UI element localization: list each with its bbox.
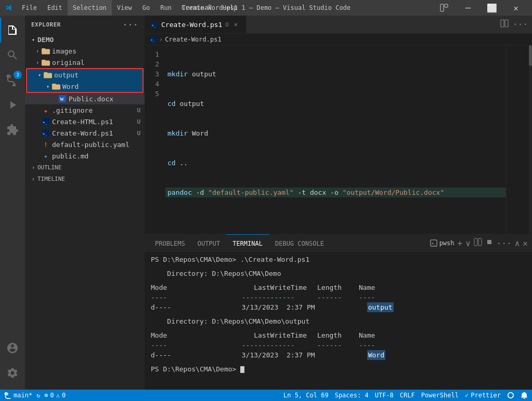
tree-item-images[interactable]: › images bbox=[25, 45, 145, 57]
minimap bbox=[506, 45, 532, 234]
terminal-dropdown-icon[interactable]: ∨ bbox=[465, 238, 471, 248]
tree-root-demo[interactable]: ▾ DEMO bbox=[25, 34, 145, 45]
tree-item-create-word[interactable]: › >_ Create-Word.ps1 U bbox=[25, 127, 145, 139]
status-sync[interactable]: ↻ bbox=[36, 392, 40, 399]
extensions-activity-icon[interactable] bbox=[0, 117, 25, 142]
status-branch[interactable]: main* bbox=[4, 392, 32, 399]
status-bar-left: main* ↻ ⊗ 0 ⚠ 0 bbox=[4, 392, 66, 399]
tree-item-public-md-label: public.md bbox=[52, 152, 145, 160]
vscode-icon bbox=[4, 4, 12, 12]
tree-item-public-docx[interactable]: › W Public.docx bbox=[25, 93, 145, 104]
minimap-thumb[interactable] bbox=[529, 45, 532, 66]
ps-tab-icon: >_ bbox=[151, 21, 158, 28]
status-position[interactable]: Ln 5, Col 69 bbox=[283, 392, 329, 399]
terminal-dashes-name: ---- bbox=[359, 292, 375, 302]
menu-view[interactable]: View bbox=[112, 0, 137, 16]
breadcrumb-separator: › bbox=[159, 36, 163, 43]
terminal-add-button[interactable]: + bbox=[458, 238, 463, 248]
panel-close-button[interactable]: ✕ bbox=[523, 238, 528, 248]
account-activity-icon[interactable] bbox=[0, 336, 25, 360]
terminal-dashes-lwt: ------------- bbox=[213, 292, 307, 302]
terminal-t2-dashes-name: ---- bbox=[359, 340, 375, 350]
panel-more-button[interactable]: ··· bbox=[497, 238, 512, 248]
explorer-activity-icon[interactable] bbox=[0, 18, 25, 43]
activity-bar: 3 bbox=[0, 16, 25, 390]
tree-item-output[interactable]: ▾ output bbox=[27, 69, 142, 81]
panel-tab-terminal[interactable]: TERMINAL bbox=[226, 234, 269, 252]
menu-file[interactable]: File bbox=[17, 0, 42, 16]
tree-item-create-html[interactable]: › >_ Create-HTML.ps1 U bbox=[25, 116, 145, 127]
menu-run[interactable]: Run bbox=[155, 0, 177, 16]
chevron-right-icon: › bbox=[33, 47, 42, 55]
tree-item-original[interactable]: › original bbox=[25, 57, 145, 68]
panel-tab-output[interactable]: OUTPUT bbox=[191, 234, 226, 252]
status-errors[interactable]: ⊗ 0 ⚠ 0 bbox=[44, 392, 66, 399]
status-notifications[interactable] bbox=[521, 392, 528, 399]
yaml-file-icon: ! bbox=[42, 140, 50, 149]
run-debug-activity-icon[interactable] bbox=[0, 92, 25, 117]
terminal-content[interactable]: PS D:\Repos\CMA\Demo> .\Create-Word.ps1 … bbox=[145, 252, 532, 390]
svg-text:>_: >_ bbox=[151, 37, 155, 42]
panel-collapse-button[interactable]: ∧ bbox=[515, 238, 520, 248]
chevron-right-icon: › bbox=[33, 58, 42, 66]
status-remote[interactable] bbox=[507, 392, 514, 399]
status-spaces[interactable]: Spaces: 4 bbox=[335, 392, 369, 399]
panel-tab-problems[interactable]: PROBLEMS bbox=[149, 234, 191, 252]
terminal-kill-button[interactable] bbox=[485, 238, 494, 248]
menu-go[interactable]: Go bbox=[137, 0, 155, 16]
svg-text:W: W bbox=[60, 97, 64, 102]
terminal-cursor bbox=[240, 366, 244, 373]
code-area[interactable]: mkdir output cd output mkdir Word cd .. … bbox=[165, 45, 506, 234]
terminal-split-button[interactable] bbox=[474, 238, 482, 248]
source-control-activity-icon[interactable]: 3 bbox=[0, 68, 25, 92]
tree-item-word[interactable]: ▾ Word bbox=[27, 81, 142, 92]
tab-close-button[interactable]: ✕ bbox=[231, 20, 240, 29]
warning-count: 0 bbox=[62, 392, 66, 399]
sidebar-more-icon[interactable]: ··· bbox=[123, 20, 138, 30]
editor-content: >_ › Create-Word.ps1 1 2 3 4 5 mkdir out… bbox=[145, 34, 532, 234]
code-line-2: cd output bbox=[165, 99, 506, 109]
panel: PROBLEMS OUTPUT TERMINAL DEBUG CONSOLE >… bbox=[145, 234, 532, 390]
editor-breadcrumb: >_ › Create-Word.ps1 bbox=[145, 34, 532, 45]
search-activity-icon[interactable] bbox=[0, 43, 25, 68]
terminal-dir2-text: Directory: D:\Repos\CMA\Demo\output bbox=[151, 316, 309, 326]
titlebar-controls: ─ ⬜ ✕ bbox=[432, 0, 528, 16]
layout-button[interactable] bbox=[432, 0, 456, 16]
tree-outline[interactable]: › OUTLINE bbox=[25, 162, 145, 173]
breadcrumb-filename: Create-Word.ps1 bbox=[165, 36, 221, 43]
tree-item-public-md[interactable]: › ✦ public.md bbox=[25, 150, 145, 162]
minimize-button[interactable]: ─ bbox=[456, 0, 480, 16]
tab-more-button[interactable]: ··· bbox=[513, 19, 528, 29]
maximize-button[interactable]: ⬜ bbox=[480, 0, 504, 16]
tab-split-button[interactable] bbox=[500, 19, 509, 30]
sidebar-title: Explorer bbox=[31, 21, 61, 28]
sync-icon: ↻ bbox=[36, 392, 40, 399]
tree-timeline[interactable]: › TIMELINE bbox=[25, 173, 145, 184]
sidebar-header: Explorer ··· bbox=[25, 16, 145, 34]
terminal-t2-col-name: Name bbox=[359, 330, 375, 340]
folder-icon bbox=[42, 47, 50, 55]
settings-activity-icon[interactable] bbox=[0, 360, 25, 385]
status-eol-label: CRLF bbox=[400, 392, 415, 399]
close-button[interactable]: ✕ bbox=[504, 0, 528, 16]
tree-item-gitignore[interactable]: › ⬥ .gitignore U bbox=[25, 104, 145, 116]
terminal-col-length: Length bbox=[317, 283, 348, 292]
source-control-badge: 3 bbox=[14, 71, 22, 79]
terminal-table2-header: Mode LastWriteTime Length Name bbox=[151, 330, 526, 340]
menu-selection[interactable]: Selection bbox=[68, 0, 112, 16]
main-layout: 3 Explorer bbox=[0, 16, 532, 390]
tab-create-word-ps1[interactable]: >_ Create-Word.ps1 U ✕ bbox=[145, 16, 246, 33]
tree-item-default-yaml[interactable]: › ! default-public.yaml bbox=[25, 139, 145, 150]
minimap-scrollbar[interactable] bbox=[529, 45, 532, 234]
status-encoding[interactable]: UTF-8 bbox=[375, 392, 394, 399]
svg-rect-10 bbox=[501, 20, 504, 27]
menu-edit[interactable]: Edit bbox=[42, 0, 68, 16]
status-prettier[interactable]: ✓ Prettier bbox=[465, 392, 501, 399]
status-language[interactable]: PowerShell bbox=[421, 392, 459, 399]
branch-icon bbox=[4, 392, 11, 399]
tree-item-output-label: output bbox=[54, 71, 142, 79]
status-eol[interactable]: CRLF bbox=[400, 392, 415, 399]
terminal-prompt-text: PS D:\Repos\CMA\Demo> bbox=[151, 364, 244, 374]
panel-tab-debug-console[interactable]: DEBUG CONSOLE bbox=[269, 234, 330, 252]
terminal-table2-dashes: ---- ------------- ------ ---- bbox=[151, 340, 526, 350]
